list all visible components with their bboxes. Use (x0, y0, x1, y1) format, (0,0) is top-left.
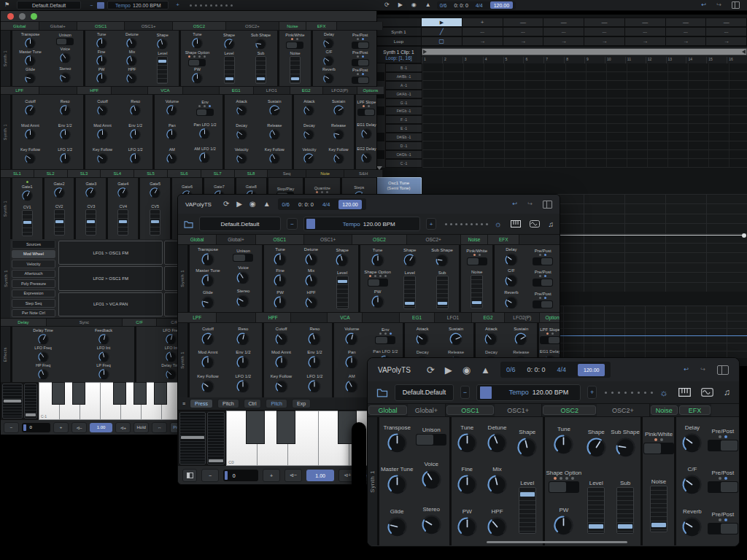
folder-icon[interactable] (376, 388, 388, 397)
tab-efx[interactable]: EFX (488, 235, 519, 244)
knob-control[interactable] (273, 273, 287, 288)
knob-control[interactable] (614, 436, 637, 459)
knob-control[interactable] (165, 333, 177, 346)
knob-control[interactable] (268, 128, 281, 141)
loop-range-bar[interactable] (422, 48, 747, 55)
preset-field[interactable]: Default.Default (395, 384, 454, 401)
play-button[interactable]: ▶ (445, 365, 452, 375)
note-grid-lane[interactable] (422, 90, 747, 98)
black-key[interactable] (52, 382, 64, 405)
tempo-slider-handle[interactable] (480, 386, 492, 399)
knob-control[interactable] (96, 128, 109, 141)
knob-control[interactable] (59, 128, 71, 141)
tab-osc2[interactable]: OSC2 (352, 235, 406, 244)
slider-handle[interactable] (257, 77, 265, 80)
knob-control[interactable] (166, 104, 178, 117)
metronome-icon[interactable]: ▲ (481, 365, 490, 375)
toggle-switch[interactable] (352, 59, 369, 66)
matrix-source-aftertouch[interactable]: Aftertouch (12, 270, 55, 279)
loop-icon[interactable]: ⟳ (384, 2, 390, 8)
knob-control[interactable] (322, 37, 335, 50)
knob-control[interactable] (129, 128, 142, 141)
note-grid-lane[interactable] (422, 159, 747, 168)
toggle-switch[interactable] (533, 257, 553, 265)
page-dot[interactable] (481, 223, 483, 225)
page-dot[interactable] (205, 4, 207, 7)
page-dot[interactable] (195, 4, 197, 7)
host-tempo-field[interactable]: Tempo 120.00 BPM (107, 1, 169, 9)
kb-mode-press[interactable]: Press (190, 399, 213, 408)
knob-control[interactable] (486, 432, 508, 454)
knob-control[interactable] (552, 514, 575, 537)
knob-control[interactable] (166, 128, 178, 141)
knob-control[interactable] (344, 379, 359, 394)
mod-wheel[interactable] (207, 412, 225, 464)
keyboard-panel-icon[interactable] (511, 220, 521, 228)
tab-sl2[interactable]: SL2 (34, 170, 68, 177)
redo-button[interactable]: ↪ (716, 2, 721, 8)
vertical-slider[interactable] (471, 275, 483, 308)
velocity-down-button[interactable]: ⊲− (71, 422, 87, 433)
page-dot[interactable] (450, 223, 452, 225)
knob-control[interactable] (486, 473, 508, 496)
tab-lpf[interactable]: LPF (178, 313, 217, 322)
slider-handle[interactable] (119, 220, 127, 223)
loop-icon[interactable]: ⟳ (223, 201, 229, 208)
tab-hpf[interactable]: HPF (256, 313, 291, 322)
black-key[interactable] (113, 382, 125, 405)
tab-osc2-[interactable]: OSC2+ (407, 235, 461, 244)
black-key[interactable] (72, 382, 85, 405)
knob-control[interactable] (24, 128, 36, 141)
tab-sl7[interactable]: SL7 (201, 170, 235, 177)
knob-control[interactable] (456, 516, 479, 538)
knob-control[interactable] (304, 295, 319, 310)
tab-noise[interactable]: Noise (651, 405, 678, 415)
seq-cell-dots[interactable]: --- (666, 27, 707, 36)
matrix-source-per-note-ctrl[interactable]: Per Note Ctrl (12, 309, 55, 318)
note-grid-lane[interactable] (422, 133, 747, 141)
slider-handle[interactable] (338, 280, 347, 283)
tempo-field[interactable]: Tempo 120.00 BPM (476, 384, 581, 401)
kb-mode-exp[interactable]: Exp (292, 399, 311, 408)
vertical-slider[interactable] (436, 276, 449, 309)
knob-control[interactable] (201, 273, 215, 288)
page-dot[interactable] (471, 223, 473, 225)
octave-decrement-button[interactable]: − (4, 422, 19, 433)
knob-control[interactable] (371, 253, 385, 268)
tab-osc2[interactable]: OSC2 (173, 22, 226, 30)
toggle-switch[interactable] (708, 481, 738, 493)
black-key[interactable] (154, 382, 166, 405)
knob-control[interactable] (156, 38, 169, 50)
knob-control[interactable] (129, 152, 142, 165)
velocity-up-button[interactable]: ⊲+ (115, 422, 131, 433)
velocity-down-button[interactable]: ⊲− (285, 469, 302, 482)
knob-control[interactable] (304, 273, 319, 288)
octave-increment-button[interactable]: + (263, 469, 280, 482)
knob-control[interactable] (125, 55, 138, 67)
page-dot[interactable] (486, 223, 488, 225)
page-indicator-dots[interactable] (445, 223, 488, 225)
clip-header[interactable]: Synth 1 Clip: 1 Loop: [1, 16] (376, 46, 422, 63)
toggle-switch[interactable] (196, 109, 214, 116)
metronome-icon[interactable]: ▲ (425, 2, 431, 8)
toggle-switch[interactable] (533, 300, 553, 308)
hold-button[interactable]: Hold (133, 422, 149, 433)
octave-increment-button[interactable]: + (53, 422, 69, 433)
knob-control[interactable] (449, 332, 463, 346)
tab-sl8[interactable]: SL8 (235, 170, 268, 177)
tab-osc2-[interactable]: OSC2+ (597, 404, 649, 416)
knob-control[interactable] (435, 253, 449, 268)
slider-handle[interactable] (151, 220, 159, 223)
knob-control[interactable] (274, 355, 289, 370)
knob-control[interactable] (129, 104, 142, 117)
knob-control[interactable] (552, 433, 575, 456)
toggle-switch[interactable] (56, 38, 74, 45)
tab-noise[interactable]: Noise (279, 22, 306, 30)
tempo-decrement-button[interactable]: − (287, 218, 298, 230)
tab-global[interactable]: Global (1, 22, 39, 30)
tab-osc1[interactable]: OSC1 (446, 405, 495, 415)
tab-lpf[interactable]: LPF (1, 87, 39, 94)
knob-control[interactable] (96, 72, 108, 85)
knob-control[interactable] (585, 436, 608, 459)
matrix-source-mod-wheel[interactable]: Mod Wheel (12, 250, 55, 259)
